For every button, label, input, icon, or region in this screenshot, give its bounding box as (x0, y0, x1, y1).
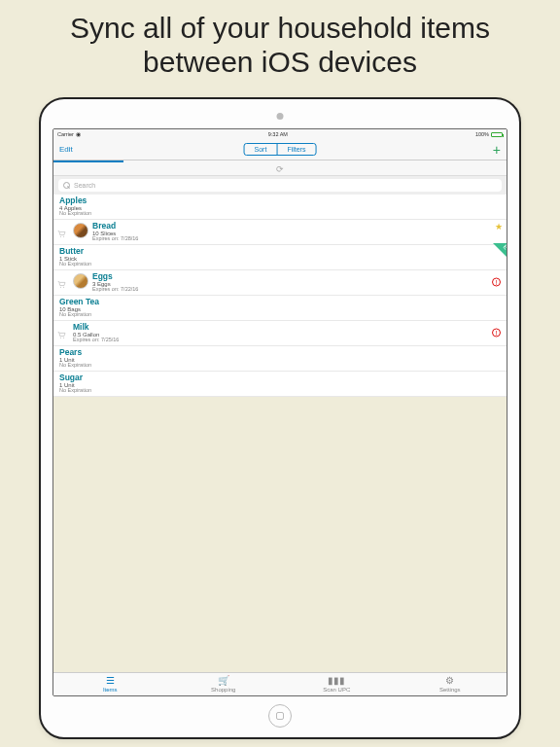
screen: Carrier ◉ 9:32 AM 100% Edit Sort Filters… (52, 128, 508, 696)
ipad-frame: Carrier ◉ 9:32 AM 100% Edit Sort Filters… (39, 97, 521, 739)
item-expiration: Expires on: 7/25/16 (73, 338, 119, 343)
item-name: Apples (59, 196, 91, 205)
item-thumbnail (73, 273, 88, 289)
svg-point-3 (63, 287, 64, 288)
item-name: Butter (59, 247, 91, 256)
carrier-label: Carrier (57, 131, 74, 137)
search-input[interactable]: Search (58, 179, 502, 192)
search-icon (63, 182, 70, 189)
item-name: Pears (59, 348, 91, 357)
warning-icon: ! (492, 329, 501, 338)
battery-icon (491, 132, 503, 137)
item-expiration: Expires on: 7/28/16 (92, 236, 138, 242)
tab-scan-label: Scan UPC (323, 687, 350, 693)
tab-settings[interactable]: ⚙ Settings (394, 673, 508, 695)
tab-shopping-label: Shopping (211, 687, 235, 693)
item-expiration: No Expiration (59, 262, 91, 267)
item-name: Sugar (59, 374, 91, 382)
device-camera (277, 113, 284, 120)
tab-items-label: Items (103, 687, 118, 693)
svg-point-2 (60, 287, 61, 288)
list-item[interactable]: Milk0.5 GallonExpires on: 7/25/16! (53, 321, 507, 346)
sort-filter-segment[interactable]: Sort Filters (244, 143, 317, 156)
edit-button[interactable]: Edit (59, 145, 73, 154)
item-expiration: No Expiration (59, 363, 91, 369)
list-item[interactable]: Green Tea10 BagsNo Expiration (53, 296, 507, 321)
home-button[interactable] (268, 704, 292, 728)
gear-icon: ⚙ (445, 676, 454, 686)
item-expiration: No Expiration (59, 388, 91, 394)
item-expiration: Expires on: 7/22/16 (92, 287, 138, 293)
list-icon: ☰ (106, 676, 115, 686)
list-item[interactable]: Butter1 StickNo Expiration (53, 245, 507, 270)
nav-underline (53, 160, 507, 162)
sync-icon: ⟳ (276, 164, 284, 174)
cart-icon: 🛒 (218, 676, 229, 686)
list-item[interactable]: Apples4 ApplesNo Expiration (53, 195, 507, 220)
warning-icon: ! (492, 278, 501, 287)
item-thumbnail (73, 223, 88, 238)
svg-point-5 (63, 338, 64, 338)
corner-ribbon (493, 243, 508, 259)
cart-icon (57, 325, 66, 332)
list-item[interactable]: Eggs3 EggsExpires on: 7/22/16! (53, 270, 507, 296)
svg-point-0 (60, 236, 61, 237)
status-bar: Carrier ◉ 9:32 AM 100% (53, 129, 507, 139)
sync-indicator: ⟳ (53, 162, 507, 176)
list-item[interactable]: Sugar1 UnitNo Expiration (53, 372, 507, 397)
svg-point-4 (60, 338, 61, 338)
star-icon: ★ (495, 222, 503, 231)
search-placeholder: Search (74, 182, 95, 189)
clock: 9:32 AM (81, 131, 475, 137)
cart-icon (57, 224, 66, 231)
cart-icon (57, 274, 66, 281)
tab-items[interactable]: ☰ Items (53, 673, 167, 695)
item-expiration: No Expiration (59, 312, 99, 318)
tab-settings-label: Settings (439, 687, 461, 693)
empty-space (53, 397, 507, 672)
svg-point-1 (63, 236, 64, 237)
tab-shopping[interactable]: 🛒 Shopping (167, 673, 281, 695)
tab-scan[interactable]: ▮▮▮ Scan UPC (280, 673, 394, 695)
item-name: Green Tea (59, 298, 99, 306)
battery-percent: 100% (475, 131, 489, 137)
item-name: Bread (92, 222, 138, 231)
item-expiration: No Expiration (59, 211, 91, 217)
tab-bar: ☰ Items 🛒 Shopping ▮▮▮ Scan UPC ⚙ Settin… (53, 672, 507, 695)
filters-button[interactable]: Filters (277, 144, 315, 155)
search-bar: Search (53, 176, 507, 195)
nav-bar: Edit Sort Filters + (53, 139, 507, 160)
promo-headline: Sync all of your household items between… (0, 0, 560, 89)
item-name: Milk (73, 323, 119, 332)
add-button[interactable]: + (493, 143, 501, 157)
list-item[interactable]: Pears1 UnitNo Expiration (53, 346, 507, 372)
sort-button[interactable]: Sort (245, 144, 278, 155)
item-name: Eggs (92, 272, 138, 281)
list-item[interactable]: Bread10 SlicesExpires on: 7/28/16★ (53, 220, 507, 245)
items-list: Apples4 ApplesNo ExpirationBread10 Slice… (53, 195, 507, 397)
barcode-icon: ▮▮▮ (328, 676, 345, 686)
